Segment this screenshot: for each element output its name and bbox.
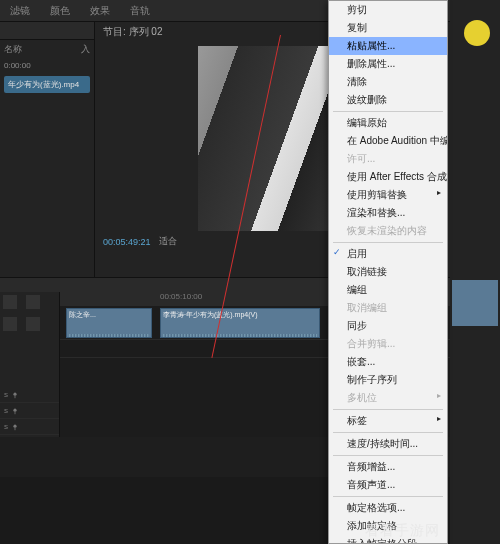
mic-icon[interactable] <box>11 391 19 399</box>
audio-track-row[interactable]: s <box>0 403 59 419</box>
tab-effects[interactable]: 效果 <box>80 0 120 21</box>
menu-item-使用AfterEffects合成替换[interactable]: 使用 After Effects 合成替换 <box>329 168 447 186</box>
mic-icon[interactable] <box>11 407 19 415</box>
menu-item-合并剪辑: 合并剪辑... <box>329 335 447 353</box>
menu-item-剪切[interactable]: 剪切 <box>329 1 447 19</box>
menu-item-波纹删除[interactable]: 波纹删除 <box>329 91 447 109</box>
menu-separator <box>333 455 443 456</box>
menu-item-label: 使用剪辑替换 <box>347 189 407 200</box>
svg-point-4 <box>13 424 16 427</box>
current-timecode[interactable]: 00:05:49:21 <box>103 237 151 247</box>
menu-separator <box>333 242 443 243</box>
source-thumbnail[interactable] <box>452 280 498 326</box>
menu-item-label: 取消链接 <box>347 266 387 277</box>
menu-item-label: 编辑原始 <box>347 117 387 128</box>
tab-filter[interactable]: 滤镜 <box>0 0 40 21</box>
menu-separator <box>333 111 443 112</box>
mic-icon[interactable] <box>11 423 19 431</box>
menu-item-粘贴属性[interactable]: 粘贴属性... <box>329 37 447 55</box>
clip-waveform-icon <box>69 334 149 338</box>
tab-color[interactable]: 颜色 <box>40 0 80 21</box>
source-monitor-strip <box>450 0 500 544</box>
clip-label: 陈之辛... <box>69 311 96 318</box>
menu-item-label: 合并剪辑... <box>347 338 395 349</box>
menu-item-启用[interactable]: ✓启用 <box>329 245 447 263</box>
menu-item-label: 许可... <box>347 153 375 164</box>
svg-rect-5 <box>15 427 16 429</box>
menu-item-label: 取消编组 <box>347 302 387 313</box>
svg-point-0 <box>13 392 16 395</box>
col-in[interactable]: 入 <box>81 43 90 56</box>
menu-item-嵌套[interactable]: 嵌套... <box>329 353 447 371</box>
col-name[interactable]: 名称 <box>4 43 81 56</box>
menu-item-同步[interactable]: 同步 <box>329 317 447 335</box>
menu-item-label: 剪切 <box>347 4 367 15</box>
menu-item-label: 音频声道... <box>347 479 395 490</box>
menu-item-label: 使用 After Effects 合成替换 <box>347 171 448 182</box>
menu-item-label: 波纹删除 <box>347 94 387 105</box>
menu-item-编组[interactable]: 编组 <box>329 281 447 299</box>
menu-item-音频增益[interactable]: 音频增益... <box>329 458 447 476</box>
menu-item-删除属性[interactable]: 删除属性... <box>329 55 447 73</box>
menu-item-label: 在 Adobe Audition 中编辑剪辑 <box>347 135 448 146</box>
audio-track-headers: s s s <box>0 387 60 437</box>
project-panel: 名称 入 0:00:00 年少有为(蓝光).mp4 <box>0 22 95 277</box>
menu-item-label: 删除属性... <box>347 58 395 69</box>
watermark-text: 看看手游网 <box>365 522 440 540</box>
clip-context-menu: 剪切复制粘贴属性...删除属性...清除波纹删除编辑原始在 Adobe Audi… <box>328 0 448 544</box>
menu-item-label: 多机位 <box>347 392 377 403</box>
zoom-fit-dropdown[interactable]: 适合 <box>159 235 177 248</box>
menu-item-label: 编组 <box>347 284 367 295</box>
clip-timecode: 0:00:00 <box>0 59 94 72</box>
menu-item-label: 制作子序列 <box>347 374 397 385</box>
menu-item-label: 帧定格选项... <box>347 502 405 513</box>
menu-item-渲染和替换[interactable]: 渲染和替换... <box>329 204 447 222</box>
solo-label[interactable]: s <box>4 406 8 415</box>
audio-track-row[interactable]: s <box>0 387 59 403</box>
project-columns: 名称 入 <box>0 40 94 59</box>
menu-item-取消编组: 取消编组 <box>329 299 447 317</box>
menu-item-复制[interactable]: 复制 <box>329 19 447 37</box>
audio-track-row[interactable]: s <box>0 419 59 435</box>
app-badge-icon <box>464 20 490 46</box>
settings-wrench-icon[interactable] <box>26 317 40 331</box>
menu-item-使用剪辑替换[interactable]: 使用剪辑替换 <box>329 186 447 204</box>
svg-point-2 <box>13 408 16 411</box>
link-toggle-icon[interactable] <box>26 295 40 309</box>
svg-rect-1 <box>15 395 16 397</box>
menu-separator <box>333 409 443 410</box>
solo-label[interactable]: s <box>4 422 8 431</box>
marker-icon[interactable] <box>3 317 17 331</box>
menu-item-音频声道[interactable]: 音频声道... <box>329 476 447 494</box>
ruler-tick-label: 00:05:10:00 <box>160 292 202 301</box>
menu-item-label: 嵌套... <box>347 356 375 367</box>
tab-audio[interactable]: 音轨 <box>120 0 160 21</box>
menu-item-清除[interactable]: 清除 <box>329 73 447 91</box>
menu-separator <box>333 432 443 433</box>
timeline-clip-1[interactable]: 陈之辛... <box>66 308 152 338</box>
clip-waveform-icon <box>163 334 317 338</box>
menu-item-标签[interactable]: 标签 <box>329 412 447 430</box>
clip-label: 李青涛·年少有为(蓝光).mp4(V) <box>163 311 258 318</box>
menu-item-label: 粘贴属性... <box>347 40 395 51</box>
menu-item-速度持续时间[interactable]: 速度/持续时间... <box>329 435 447 453</box>
menu-item-label: 恢复未渲染的内容 <box>347 225 427 236</box>
menu-item-多机位: 多机位 <box>329 389 447 407</box>
menu-item-制作子序列[interactable]: 制作子序列 <box>329 371 447 389</box>
solo-label[interactable]: s <box>4 390 8 399</box>
timeline-clip-2[interactable]: 李青涛·年少有为(蓝光).mp4(V) <box>160 308 320 338</box>
svg-rect-3 <box>15 411 16 413</box>
menu-item-许可: 许可... <box>329 150 447 168</box>
menu-item-label: 渲染和替换... <box>347 207 405 218</box>
menu-item-在AdobeAudition中编辑剪辑[interactable]: 在 Adobe Audition 中编辑剪辑 <box>329 132 447 150</box>
menu-item-label: 同步 <box>347 320 367 331</box>
snap-toggle-icon[interactable] <box>3 295 17 309</box>
menu-separator <box>333 496 443 497</box>
menu-item-恢复未渲染的内容: 恢复未渲染的内容 <box>329 222 447 240</box>
menu-item-编辑原始[interactable]: 编辑原始 <box>329 114 447 132</box>
menu-item-取消链接[interactable]: 取消链接 <box>329 263 447 281</box>
menu-item-帧定格选项[interactable]: 帧定格选项... <box>329 499 447 517</box>
project-panel-header <box>0 22 94 40</box>
check-icon: ✓ <box>333 247 341 257</box>
project-clip-item[interactable]: 年少有为(蓝光).mp4 <box>4 76 90 93</box>
